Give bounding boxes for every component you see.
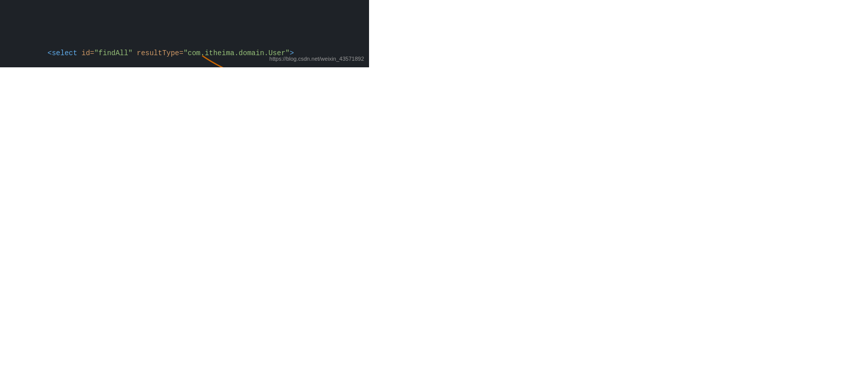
code-editor-panel: <select id="findAll" resultType="com.ith… (0, 0, 369, 67)
url-label: https://blog.csdn.net/weixin_43571892 (269, 53, 364, 64)
page-container: <select id="findAll" resultType="com.ith… (0, 0, 868, 371)
